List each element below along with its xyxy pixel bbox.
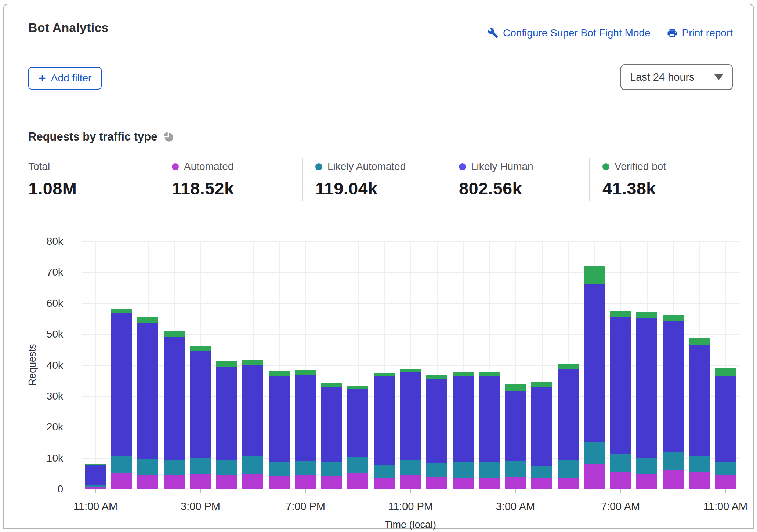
bar-hour-5[interactable] (216, 361, 237, 489)
segment-verified-bot (400, 369, 421, 372)
bar-hour-4[interactable] (190, 346, 211, 489)
segment-likely-automated (453, 462, 474, 478)
segment-automated (505, 477, 526, 489)
x-tick (410, 489, 411, 493)
bar-hour-20[interactable] (610, 311, 631, 489)
segment-automated (374, 478, 395, 489)
segment-automated (190, 474, 211, 489)
y-tick-label: 40k (30, 360, 63, 371)
chevron-down-icon (714, 74, 723, 80)
stat-verified-bot: Verified bot41.38k (589, 158, 733, 201)
segment-automated (715, 475, 736, 489)
bar-hour-1[interactable] (111, 309, 132, 489)
segment-verified-bot (295, 370, 316, 375)
segment-automated (584, 464, 605, 489)
bar-hour-10[interactable] (347, 386, 368, 489)
stat-label: Likely Human (471, 161, 533, 172)
bar-hour-6[interactable] (242, 360, 263, 489)
segment-likely-human (111, 313, 132, 456)
segment-automated (426, 477, 447, 489)
stat-value: 119.04k (315, 178, 446, 198)
segment-automated (689, 472, 710, 489)
bar-hour-9[interactable] (321, 383, 342, 489)
stat-label: Automated (184, 161, 233, 172)
segment-likely-human (347, 389, 368, 457)
bar-hour-19[interactable] (584, 266, 605, 489)
segment-verified-bot (164, 331, 185, 337)
x-tick-label: 7:00 AM (576, 500, 664, 513)
stat-value: 118.52k (172, 178, 302, 198)
segment-likely-human (269, 376, 290, 462)
x-tick-label: 7:00 PM (261, 500, 349, 513)
traffic-type-stats-row: Total1.08MAutomated118.52kLikely Automat… (28, 158, 733, 201)
segment-likely-human (374, 376, 395, 465)
segment-verified-bot (242, 360, 263, 365)
segment-likely-automated (610, 454, 631, 472)
stat-value: 41.38k (602, 178, 733, 198)
x-tick (515, 489, 516, 493)
configure-super-bot-fight-mode-link[interactable]: Configure Super Bot Fight Mode (488, 27, 651, 39)
segment-likely-human (400, 372, 421, 460)
x-tick-label: 11:00 AM (51, 500, 140, 513)
bar-hour-14[interactable] (453, 372, 474, 489)
bar-hour-2[interactable] (137, 317, 158, 489)
bar-hour-11[interactable] (374, 373, 395, 489)
bar-hour-16[interactable] (505, 384, 526, 489)
segment-likely-human (85, 465, 106, 485)
bar-hour-7[interactable] (269, 371, 290, 489)
stat-label: Likely Automated (327, 161, 406, 172)
x-tick-label: 11:00 PM (366, 500, 454, 513)
stat-value: 802.56k (459, 178, 589, 198)
bar-hour-17[interactable] (531, 382, 552, 489)
segment-automated (85, 487, 106, 489)
bar-hour-8[interactable] (295, 370, 316, 489)
segment-likely-automated (111, 456, 132, 473)
bar-hour-0[interactable] (85, 464, 106, 489)
segment-verified-bot (216, 361, 237, 367)
wrench-icon (488, 28, 499, 39)
segment-likely-human (321, 387, 342, 462)
requests-stacked-bar-chart (82, 241, 739, 489)
bar-hour-15[interactable] (479, 372, 500, 489)
x-tick (620, 489, 621, 493)
segment-verified-bot (347, 386, 368, 389)
bar-hour-21[interactable] (636, 312, 657, 489)
printer-icon (667, 28, 678, 39)
time-range-dropdown[interactable]: Last 24 hours (620, 64, 733, 90)
bar-hour-13[interactable] (426, 375, 447, 489)
bar-hour-12[interactable] (400, 369, 421, 489)
segment-likely-automated (216, 460, 237, 475)
segment-automated (242, 474, 263, 489)
segment-likely-automated (636, 458, 657, 474)
segment-likely-automated (479, 462, 500, 478)
segment-likely-automated (164, 460, 185, 475)
segment-likely-human (295, 375, 316, 461)
x-tick (305, 489, 306, 493)
bar-hour-22[interactable] (663, 315, 684, 489)
segment-likely-automated (190, 458, 211, 474)
segment-likely-human (453, 376, 474, 463)
segment-automated (347, 473, 368, 489)
bar-hour-3[interactable] (164, 331, 185, 489)
x-axis-title: Time (local) (82, 519, 739, 531)
segment-likely-human (505, 391, 526, 461)
segment-automated (558, 478, 579, 489)
bar-hour-23[interactable] (689, 338, 710, 489)
segment-verified-bot (531, 382, 552, 387)
add-filter-button[interactable]: + Add filter (28, 67, 102, 90)
stat-likely-automated: Likely Automated119.04k (302, 158, 446, 201)
segment-verified-bot (663, 315, 684, 321)
x-tick (725, 489, 726, 493)
stat-value: 1.08M (28, 178, 159, 198)
stat-label: Total (28, 161, 50, 172)
segment-verified-bot (453, 372, 474, 376)
bar-hour-24[interactable] (715, 368, 736, 489)
segment-likely-human (137, 323, 158, 459)
segment-likely-human (663, 321, 684, 452)
segment-likely-human (715, 376, 736, 462)
y-tick-label: 20k (30, 421, 63, 433)
bar-hour-18[interactable] (558, 364, 579, 489)
segment-automated (216, 475, 237, 489)
print-report-link[interactable]: Print report (667, 27, 733, 39)
print-link-label: Print report (682, 27, 733, 39)
